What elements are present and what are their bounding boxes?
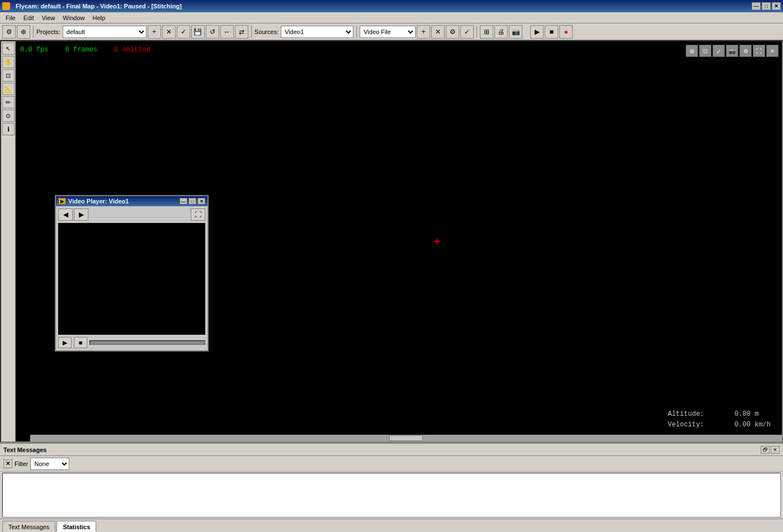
bottom-panel: Text Messages 🗗 ✕ ✕ Filter None Text Mes… <box>0 443 783 532</box>
video-player-window: ▶ Video Player: Video1 — □ ✕ ◀ ▶ ⛶ <box>55 195 209 352</box>
play-btn[interactable]: ▶ <box>530 25 544 39</box>
video-next-btn[interactable]: ▶ <box>74 208 88 221</box>
altitude-label: Altitude: <box>668 410 704 418</box>
velocity-row: Velocity: 0.00 km/h <box>668 420 771 430</box>
vp-fit-btn[interactable]: ⊡ <box>699 45 711 57</box>
print-btn[interactable]: 🖨 <box>494 25 508 39</box>
sources-dropdown[interactable]: Video1 <box>281 26 353 38</box>
source-check-btn[interactable]: ✓ <box>460 25 474 39</box>
vp-fullscreen-btn[interactable]: ⛶ <box>753 45 765 57</box>
projects-label: Projects: <box>36 28 60 35</box>
video-play-btn[interactable]: ▶ <box>58 337 72 348</box>
grid-btn[interactable]: ⊞ <box>480 25 493 39</box>
toolbar-cursor-btn[interactable]: ⊕ <box>17 25 30 39</box>
stop-btn[interactable]: ■ <box>545 25 558 39</box>
tool-zoom[interactable]: ⊡ <box>2 69 15 82</box>
viewport: 0.0 fps 0 frames 0 omitted ⊞ ⊡ ↙ 📷 ⚙ ⛶ ✕… <box>16 41 782 441</box>
tab-statistics[interactable]: Statistics <box>56 521 96 532</box>
toolbar-sep-1 <box>33 26 34 38</box>
menu-window[interactable]: Window <box>59 13 88 22</box>
vp-grid-btn[interactable]: ⊞ <box>686 45 698 57</box>
toolbar-sep-3 <box>356 26 357 38</box>
vp-zoom-out-btn[interactable]: ↙ <box>713 45 725 57</box>
check-project-btn[interactable]: ✓ <box>177 25 190 39</box>
video-player-icon: ▶ <box>58 198 66 205</box>
viewport-scrollbar-thumb[interactable] <box>389 435 423 441</box>
save-project-btn[interactable]: 💾 <box>191 25 205 39</box>
toolbar: ⚙ ⊕ Projects: default + ✕ ✓ 💾 ↺ ↔ ⇄ Sour… <box>0 23 783 40</box>
loop-project-btn[interactable]: ⇄ <box>235 25 248 39</box>
bottom-panel-header: Text Messages 🗗 ✕ <box>0 444 783 456</box>
tool-draw[interactable]: ✏ <box>2 96 15 108</box>
video-player-titlebar[interactable]: ▶ Video Player: Video1 — □ ✕ <box>56 196 207 206</box>
record-btn[interactable]: ● <box>559 25 573 39</box>
main-area: ↖ ✋ ⊡ 📐 ✏ ⊙ ℹ 0.0 fps 0 frames 0 omitted… <box>0 40 783 443</box>
camera-btn[interactable]: 📷 <box>509 25 522 39</box>
title-bar-left: Flycam: default - Final Map - Video1: Pa… <box>2 2 182 10</box>
menu-help[interactable]: Help <box>89 13 109 22</box>
video-player-controls[interactable]: — □ ✕ <box>180 198 205 205</box>
viewport-top-right: ⊞ ⊡ ↙ 📷 ⚙ ⛶ ✕ <box>686 45 779 57</box>
filter-clear-btn[interactable]: ✕ <box>3 459 12 468</box>
fps-stat: 0.0 fps <box>20 46 48 54</box>
velocity-label: Velocity: <box>668 421 704 429</box>
omitted-stat: 0 omitted <box>114 46 150 54</box>
video-expand-btn[interactable]: ⛶ <box>191 208 205 221</box>
video-progress-slider[interactable] <box>89 340 205 345</box>
video-file-dropdown[interactable]: Video File <box>360 26 416 38</box>
app-icon <box>2 2 10 10</box>
video-top-controls: ◀ ▶ ⛶ <box>58 208 205 221</box>
altitude-row: Altitude: 0.00 m <box>668 409 771 420</box>
bottom-panel-restore-btn[interactable]: 🗗 <box>761 446 770 454</box>
title-bar-text: Flycam: default - Final Map - Video1: Pa… <box>16 3 182 10</box>
menu-edit[interactable]: Edit <box>20 13 37 22</box>
vp-close-btn[interactable]: ✕ <box>766 45 779 57</box>
add-source-btn[interactable]: + <box>417 25 430 39</box>
tool-point[interactable]: ⊙ <box>2 110 15 122</box>
video-player-minimize[interactable]: — <box>180 198 187 205</box>
viewport-stats: 0.0 fps 0 frames 0 omitted <box>20 46 150 54</box>
projects-dropdown[interactable]: default <box>63 26 147 38</box>
video-nav-btns: ◀ ▶ <box>58 208 88 221</box>
filter-dropdown[interactable]: None <box>30 458 69 470</box>
tool-info[interactable]: ℹ <box>2 123 15 135</box>
maximize-button[interactable]: □ <box>762 2 771 10</box>
vp-camera-btn[interactable]: 📷 <box>726 45 738 57</box>
tab-text-messages[interactable]: Text Messages <box>2 521 55 532</box>
menu-view[interactable]: View <box>39 13 59 22</box>
toolbar-settings-btn[interactable]: ⚙ <box>2 25 16 39</box>
tool-measure[interactable]: 📐 <box>2 83 15 95</box>
toolbar-sep-2 <box>251 26 252 38</box>
altitude-value: 0.00 m <box>734 410 758 418</box>
vp-settings-btn[interactable]: ⚙ <box>739 45 752 57</box>
bottom-panel-close-btn[interactable]: ✕ <box>771 446 780 454</box>
viewport-scrollbar[interactable] <box>30 435 782 441</box>
menu-bar: File Edit View Window Help <box>0 12 783 23</box>
video-player-maximize[interactable]: □ <box>188 198 196 205</box>
message-area[interactable] <box>2 473 781 517</box>
refresh-project-btn[interactable]: ↺ <box>206 25 219 39</box>
minimize-button[interactable]: — <box>752 2 761 10</box>
video-player-close[interactable]: ✕ <box>197 198 205 205</box>
left-tools: ↖ ✋ ⊡ 📐 ✏ ⊙ ℹ <box>1 41 16 441</box>
spacer-btn <box>523 25 529 39</box>
add-project-btn[interactable]: + <box>148 25 161 39</box>
delete-source-btn[interactable]: ✕ <box>431 25 445 39</box>
menu-file[interactable]: File <box>2 13 19 22</box>
video-bottom-controls: ▶ ■ <box>58 337 205 348</box>
delete-project-btn[interactable]: ✕ <box>162 25 176 39</box>
video-canvas <box>58 223 205 335</box>
video-player-title: Video Player: Video1 <box>68 198 129 205</box>
tool-pan[interactable]: ✋ <box>2 56 15 68</box>
tool-select[interactable]: ↖ <box>2 42 15 55</box>
close-button[interactable]: ✕ <box>772 2 781 10</box>
video-stop-btn[interactable]: ■ <box>74 337 87 348</box>
title-bar: Flycam: default - Final Map - Video1: Pa… <box>0 0 783 12</box>
title-bar-controls[interactable]: — □ ✕ <box>752 2 781 10</box>
sync-project-btn[interactable]: ↔ <box>220 25 234 39</box>
video-prev-btn[interactable]: ◀ <box>58 208 73 221</box>
frames-stat: 0 frames <box>65 46 97 54</box>
bottom-panel-header-controls[interactable]: 🗗 ✕ <box>761 446 780 454</box>
sources-label: Sources: <box>254 28 279 35</box>
source-settings-btn[interactable]: ⚙ <box>446 25 459 39</box>
